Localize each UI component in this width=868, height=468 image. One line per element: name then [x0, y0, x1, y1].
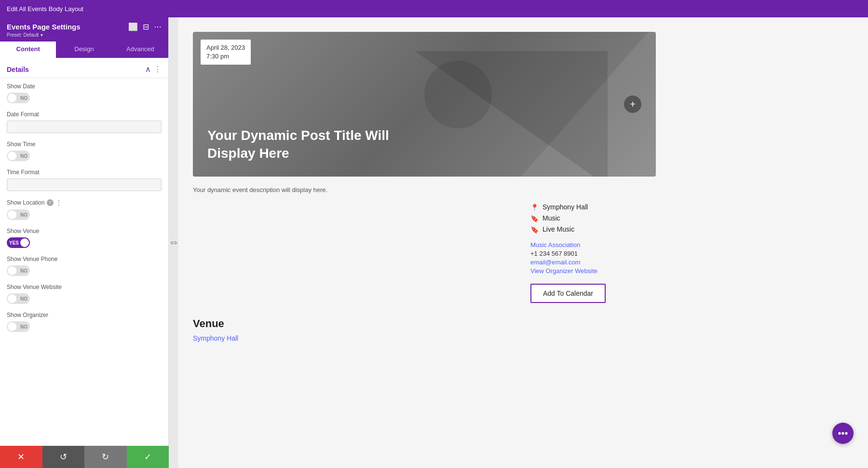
show-venue-website-label: Show Venue Website	[7, 284, 62, 290]
show-organizer-toggle-knob	[8, 322, 16, 331]
organizer-website-link[interactable]: View Organizer Website	[530, 267, 656, 275]
location-icon: 📍	[530, 204, 539, 211]
show-location-toggle[interactable]: NO	[7, 209, 30, 220]
show-venue-phone-toggle[interactable]: NO	[7, 265, 30, 276]
undo-icon: ↺	[60, 452, 67, 462]
time-format-input[interactable]	[7, 179, 162, 191]
resize-handle[interactable]: ⇔	[169, 17, 178, 468]
venue-section: Venue Symphony Hall	[193, 317, 656, 343]
event-time: 7:30 pm	[206, 52, 245, 61]
meta-category-2: 🔖 Live Music	[530, 225, 656, 234]
preset-arrow: ▾	[41, 32, 43, 38]
save-button[interactable]: ✓	[127, 446, 169, 468]
show-venue-phone-label: Show Venue Phone	[7, 256, 57, 262]
top-bar-title: Edit All Events Body Layout	[7, 5, 83, 13]
tab-design[interactable]: Design	[56, 41, 112, 58]
show-venue-phone-toggle-label: NO	[20, 268, 27, 274]
add-to-calendar-button[interactable]: Add To Calendar	[530, 284, 606, 303]
content-area: April 28, 2023 7:30 pm Your Dynamic Post…	[178, 17, 868, 468]
sidebar-app-title: Events Page Settings	[7, 23, 81, 31]
event-details-row: 📍 Symphony Hall 🔖 Music 🔖 Live Music Mus…	[193, 203, 656, 303]
show-date-toggle-knob	[8, 94, 16, 102]
show-venue-toggle[interactable]: YES	[7, 237, 30, 248]
add-module-button[interactable]: +	[624, 96, 641, 113]
save-icon: ✓	[144, 452, 151, 462]
bookmark-icon-2: 🔖	[530, 226, 539, 234]
show-date-row: Show Date NO	[0, 78, 168, 106]
show-venue-website-row: Show Venue Website NO	[0, 279, 168, 307]
venue-link[interactable]: Symphony Hall	[193, 334, 238, 342]
sidebar-icon-more[interactable]: ⋯	[154, 22, 162, 31]
category-1: Music	[542, 214, 560, 222]
venue-name: Symphony Hall	[542, 203, 588, 211]
bottom-toolbar: ✕ ↺ ↻ ✓	[0, 446, 169, 468]
show-venue-website-toggle[interactable]: NO	[7, 293, 30, 304]
show-date-label: Show Date	[7, 83, 35, 90]
sidebar-header: Events Page Settings ⬜ ⊟ ⋯ Preset: Defau…	[0, 17, 168, 41]
organizer-phone: +1 234 567 8901	[530, 250, 656, 257]
show-time-row: Show Time NO	[0, 136, 168, 164]
redo-icon: ↻	[102, 452, 109, 462]
time-format-row: Time Format	[0, 164, 168, 194]
sidebar-tabs: Content Design Advanced	[0, 41, 168, 58]
show-location-help-icon[interactable]: ?	[47, 199, 54, 206]
tab-advanced[interactable]: Advanced	[112, 41, 168, 58]
details-section-title: Details	[7, 66, 29, 73]
show-time-toggle-knob	[8, 151, 16, 160]
sidebar-icon-box[interactable]: ⬜	[128, 22, 138, 31]
event-right-panel: 📍 Symphony Hall 🔖 Music 🔖 Live Music Mus…	[530, 203, 656, 303]
organizer-email[interactable]: email@email.com	[530, 259, 656, 266]
sidebar: Events Page Settings ⬜ ⊟ ⋯ Preset: Defau…	[0, 17, 169, 468]
show-time-toggle[interactable]: NO	[7, 151, 30, 161]
date-badge: April 28, 2023 7:30 pm	[201, 40, 251, 65]
preset-label: Preset: Default	[7, 32, 39, 38]
show-organizer-label: Show Organizer	[7, 312, 48, 318]
show-location-toggle-knob	[8, 210, 16, 219]
event-title-overlay: Your Dynamic Post Title Will Display Her…	[207, 127, 400, 162]
close-icon: ✕	[17, 452, 25, 462]
show-date-toggle-label: NO	[20, 96, 27, 101]
meta-location: 📍 Symphony Hall	[530, 203, 656, 211]
organizer-section: Music Association +1 234 567 8901 email@…	[530, 241, 656, 275]
section-more-icon[interactable]: ⋮	[154, 65, 162, 74]
date-format-row: Date Format	[0, 106, 168, 136]
top-bar: Edit All Events Body Layout	[0, 0, 868, 17]
floating-actions-button[interactable]: •••	[832, 423, 854, 444]
show-location-row: Show Location ? ⋮ NO	[0, 194, 168, 223]
organizer-link[interactable]: Music Association	[530, 241, 656, 248]
show-organizer-toggle[interactable]: NO	[7, 321, 30, 332]
main-layout: Events Page Settings ⬜ ⊟ ⋯ Preset: Defau…	[0, 17, 868, 468]
show-venue-label: Show Venue	[7, 228, 39, 234]
show-time-label: Show Time	[7, 141, 35, 148]
preset-selector[interactable]: Preset: Default ▾	[7, 32, 162, 38]
tab-content[interactable]: Content	[0, 41, 56, 58]
show-organizer-toggle-label: NO	[20, 324, 27, 330]
event-date: April 28, 2023	[206, 43, 245, 52]
date-format-label: Date Format	[7, 111, 39, 118]
venue-section-title: Venue	[193, 317, 656, 330]
show-location-toggle-label: NO	[20, 212, 27, 218]
sidebar-body: Details ∧ ⋮ Show Date NO	[0, 58, 168, 468]
close-button[interactable]: ✕	[0, 446, 42, 468]
show-location-more-icon[interactable]: ⋮	[55, 199, 62, 206]
show-venue-row: Show Venue YES	[0, 223, 168, 251]
resize-icon: ⇔	[170, 237, 177, 248]
date-format-input[interactable]	[7, 121, 162, 133]
meta-category-1: 🔖 Music	[530, 214, 656, 222]
show-venue-phone-toggle-knob	[8, 266, 16, 275]
bookmark-icon-1: 🔖	[530, 215, 539, 222]
redo-button[interactable]: ↻	[84, 446, 127, 468]
show-venue-website-toggle-label: NO	[20, 296, 27, 302]
show-venue-website-toggle-knob	[8, 294, 16, 303]
show-location-label: Show Location	[7, 199, 45, 206]
details-section-header: Details ∧ ⋮	[0, 58, 168, 78]
time-format-label: Time Format	[7, 169, 40, 176]
category-2: Live Music	[542, 225, 574, 233]
undo-button[interactable]: ↺	[42, 446, 85, 468]
show-organizer-row: Show Organizer NO	[0, 307, 168, 335]
sidebar-icon-split[interactable]: ⊟	[143, 22, 149, 31]
banner-decoration-3	[424, 61, 492, 128]
show-date-toggle[interactable]: NO	[7, 93, 30, 103]
section-chevron-up-icon[interactable]: ∧	[145, 65, 151, 74]
show-venue-toggle-knob	[20, 238, 29, 247]
